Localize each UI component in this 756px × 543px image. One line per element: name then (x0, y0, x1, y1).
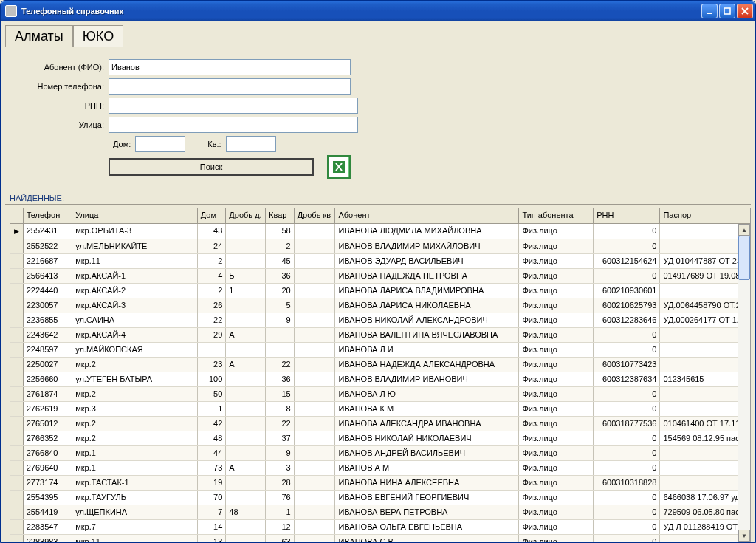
table-row[interactable]: 2236855ул.САИНА229ИВАНОВ НИКОЛАЙ АЛЕКСАН… (10, 313, 751, 327)
cell-frac (226, 386, 266, 401)
col-rowhead[interactable] (10, 208, 23, 223)
table-row[interactable]: 2769640мкр.173А3ИВАНОВ А МФиз.лицо0 (10, 460, 751, 475)
table-row[interactable]: 2566413мкр.АКСАЙ-14Б36ИВАНОВА НАДЕЖДА ПЕ… (10, 268, 751, 283)
search-button[interactable]: Поиск (109, 158, 314, 176)
row-indicator (10, 372, 23, 386)
table-row[interactable]: 2766352мкр.24837ИВАНОВ НИКОЛАЙ НИКОЛАЕВИ… (10, 431, 751, 445)
row-indicator (10, 431, 23, 445)
cell-house: 44 (197, 445, 226, 460)
vertical-scrollbar[interactable]: ▲ ▼ (738, 224, 750, 542)
export-excel-button[interactable] (327, 155, 351, 179)
cell-fracf (294, 223, 335, 239)
cell-fracf (294, 445, 335, 460)
cell-flat: 36 (266, 372, 295, 386)
cell-house: 13 (197, 534, 226, 542)
cell-type: Физ.лицо (519, 342, 594, 357)
svg-rect-0 (707, 13, 712, 14)
cell-frac (226, 416, 266, 431)
table-row[interactable]: 2230057мкр.АКСАЙ-3265ИВАНОВА ЛАРИСА НИКО… (10, 298, 751, 313)
table-row[interactable]: 2554395мкр.ТАУГУЛЬ7076ИВАНОВ ЕВГЕНИЙ ГЕО… (10, 490, 751, 505)
table-row[interactable]: 2552522ул.МЕЛЬНИКАЙТЕ242ИВАНОВ ВЛАДИМИР … (10, 239, 751, 253)
scroll-down-button[interactable]: ▼ (738, 530, 750, 542)
table-header-row: Телефон Улица Дом Дробь д. Квар Дробь кв… (10, 208, 751, 223)
cell-fracf (294, 283, 335, 298)
col-street[interactable]: Улица (72, 208, 198, 223)
table-row[interactable]: 2283547мкр.71412ИВАНОВА ОЛЬГА ЕВГЕНЬЕВНА… (10, 519, 751, 534)
flat-input[interactable] (226, 136, 276, 152)
close-button[interactable] (737, 4, 753, 18)
cell-house: 100 (197, 372, 226, 386)
tab-almaty[interactable]: Алматы (5, 25, 73, 47)
col-phone[interactable]: Телефон (23, 208, 72, 223)
cell-rnn: 600318777536 (594, 416, 660, 431)
cell-type: Физ.лицо (519, 460, 594, 475)
cell-fracf (294, 401, 335, 416)
col-flat[interactable]: Квар (266, 208, 295, 223)
house-input[interactable] (135, 136, 185, 152)
col-house[interactable]: Дом (197, 208, 226, 223)
maximize-button[interactable] (719, 4, 735, 18)
cell-phone: 2762619 (23, 401, 72, 416)
col-type[interactable]: Тип абонента (519, 208, 594, 223)
street-label: Улица: (8, 120, 109, 129)
table-row[interactable]: 2766840мкр.1449ИВАНОВ АНДРЕЙ ВАСИЛЬЕВИЧФ… (10, 445, 751, 460)
cell-rnn: 0 (594, 268, 660, 283)
cell-flat: 37 (266, 431, 295, 445)
cell-phone: 2554395 (23, 490, 72, 505)
table-row[interactable]: 2554419ул.ЩЕПКИНА7481ИВАНОВА ВЕРА ПЕТРОВ… (10, 505, 751, 519)
cell-phone: 2283547 (23, 519, 72, 534)
table-row[interactable]: 2283983мкр.111363ИВАНОВА С ВФиз.лицо0 (10, 534, 751, 542)
table-row[interactable]: 2765012мкр.24222ИВАНОВА АЛЕКСАНДРА ИВАНО… (10, 416, 751, 431)
col-rnn[interactable]: РНН (594, 208, 660, 223)
table-row[interactable]: 2248597ул.МАЙКОПСКАЯИВАНОВА Л ИФиз.лицо0 (10, 342, 751, 357)
search-panel: Абонент (ФИО): Номер телефона: РНН: Улиц… (1, 47, 755, 185)
results-grid: Телефон Улица Дом Дробь д. Квар Дробь кв… (10, 208, 751, 542)
table-row[interactable]: 2250027мкр.223А22ИВАНОВА НАДЕЖДА АЛЕКСАН… (10, 357, 751, 372)
table-row[interactable]: 2216687мкр.11245ИВАНОВ ЭДУАРД ВАСИЛЬЕВИЧ… (10, 253, 751, 268)
cell-fracf (294, 534, 335, 542)
cell-abon: ИВАНОВА НАДЕЖДА ПЕТРОВНА (335, 268, 519, 283)
cell-street: мкр.ТАСТАК-1 (72, 475, 198, 490)
col-pass[interactable]: Паспорт (660, 208, 751, 223)
cell-fracf (294, 298, 335, 313)
row-indicator (10, 475, 23, 490)
cell-frac: 48 (226, 505, 266, 519)
col-abon[interactable]: Абонент (335, 208, 519, 223)
cell-flat: 22 (266, 357, 295, 372)
cell-fracf (294, 416, 335, 431)
cell-house: 19 (197, 475, 226, 490)
cell-flat: 9 (266, 313, 295, 327)
col-fracf[interactable]: Дробь кв (294, 208, 335, 223)
row-indicator (10, 283, 23, 298)
table-row[interactable]: 2761874мкр.25015ИВАНОВА Л ЮФиз.лицо0 (10, 386, 751, 401)
abon-input[interactable] (109, 59, 351, 75)
tab-uko[interactable]: ЮКО (73, 25, 123, 47)
cell-phone: 2256660 (23, 372, 72, 386)
cell-street: мкр.2 (72, 357, 198, 372)
rnn-input[interactable] (109, 98, 358, 114)
cell-type: Физ.лицо (519, 431, 594, 445)
scroll-up-button[interactable]: ▲ (738, 224, 750, 236)
table-row[interactable]: 2762619мкр.318ИВАНОВА К МФиз.лицо0 (10, 401, 751, 416)
table-row[interactable]: ▶2552431мкр.ОРБИТА-34358ИВАНОВА ЛЮДМИЛА … (10, 223, 751, 239)
cell-rnn: 600310318828 (594, 475, 660, 490)
cell-house (197, 342, 226, 357)
app-icon (5, 5, 17, 17)
col-frac[interactable]: Дробь д. (226, 208, 266, 223)
titlebar: Телефонный справочник (1, 1, 755, 21)
cell-house: 29 (197, 327, 226, 342)
cell-abon: ИВАНОВА АЛЕКСАНДРА ИВАНОВНА (335, 416, 519, 431)
minimize-button[interactable] (701, 4, 718, 18)
cell-abon: ИВАНОВА ВАЛЕНТИНА ВЯЧЕСЛАВОВНА (335, 327, 519, 342)
cell-fracf (294, 372, 335, 386)
cell-rnn: 600310773423 (594, 357, 660, 372)
table-row[interactable]: 2256660ул.УТЕГЕН БАТЫРА10036ИВАНОВ ВЛАДИ… (10, 372, 751, 386)
cell-house: 22 (197, 313, 226, 327)
client-area: Алматы ЮКО Абонент (ФИО): Номер телефона… (1, 21, 755, 542)
scroll-thumb[interactable] (738, 236, 750, 280)
table-row[interactable]: 2224440мкр.АКСАЙ-22120ИВАНОВА ЛАРИСА ВЛА… (10, 283, 751, 298)
street-input[interactable] (109, 117, 358, 133)
table-row[interactable]: 2773174мкр.ТАСТАК-11928ИВАНОВА НИНА АЛЕК… (10, 475, 751, 490)
phone-input[interactable] (109, 78, 351, 95)
table-row[interactable]: 2243642мкр.АКСАЙ-429АИВАНОВА ВАЛЕНТИНА В… (10, 327, 751, 342)
